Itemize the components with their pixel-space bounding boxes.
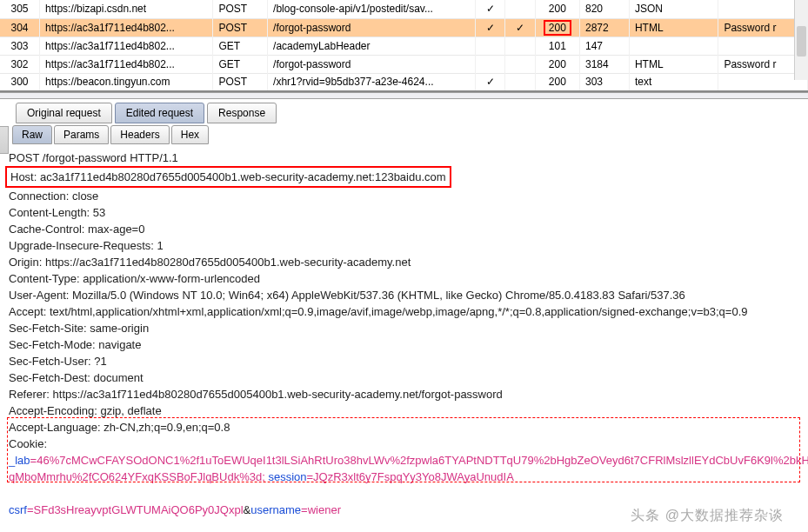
header-referer: Referer: https://ac3a1f711ed4b80280d7655… (9, 386, 799, 402)
watermark: 头条 @大数据推荐杂谈 (631, 507, 784, 525)
header-sec-fetch-user: Sec-Fetch-User: ?1 (9, 353, 799, 369)
cell-chk2 (505, 37, 535, 55)
cookie-lab-val: =46%7cMCwCFAYSOdONC1%2f1uToEWUqeI1t3lLSi… (30, 454, 808, 467)
cell-length: 303 (579, 73, 629, 91)
request-line: POST /forgot-password HTTP/1.1 (9, 150, 799, 166)
vertical-tab-handle[interactable] (0, 126, 9, 154)
header-user-agent: User-Agent: Mozilla/5.0 (Windows NT 10.0… (9, 287, 799, 303)
cookie-cont: qMboMmrhu%2fCO624YFxqKSSBoFJlqBUdk%3d; (9, 470, 268, 483)
cell-status: 200 (535, 18, 579, 37)
cell-num: 303 (0, 37, 40, 55)
cell-mime: HTML (629, 55, 718, 73)
tab-edited-request[interactable]: Edited request (115, 103, 204, 123)
cookie-line1: _lab=46%7cMCwCFAYSOdONC1%2f1uToEWUqeI1t3… (9, 452, 799, 469)
header-accept-encoding: Accept-Encoding: gzip, deflate (9, 402, 799, 419)
cell-url: /forgot-password (268, 18, 476, 37)
tab-hex[interactable]: Hex (171, 125, 209, 144)
cookie-session-val: =JQzR3xlt6y7FspqYy3Yo8JWAyaUnudIA (306, 470, 513, 483)
cell-length: 147 (579, 37, 629, 55)
header-sec-fetch-site: Sec-Fetch-Site: same-origin (9, 320, 799, 336)
cell-chk2 (505, 73, 535, 91)
header-connection: Connection: close (9, 188, 799, 204)
header-accept-language: Accept-Language: zh-CN,zh;q=0.9,en;q=0.8 (9, 419, 799, 436)
param-amp: & (244, 503, 251, 516)
header-accept: Accept: text/html,application/xhtml+xml,… (9, 303, 799, 320)
tab-headers[interactable]: Headers (110, 125, 169, 144)
cell-edited (476, 37, 505, 55)
param-username-key: username (250, 503, 301, 516)
header-cookie-label: Cookie: (9, 436, 799, 452)
cell-mime (629, 37, 718, 55)
param-csrf-key: csrf (9, 503, 27, 516)
request-tabs: Original request Edited request Response (0, 99, 808, 123)
raw-request-editor[interactable]: POST /forgot-password HTTP/1.1 Host: ac3… (0, 144, 808, 520)
cell-edited (476, 55, 505, 73)
header-sec-fetch-dest: Sec-Fetch-Dest: document (9, 369, 799, 386)
tab-raw[interactable]: Raw (12, 125, 52, 144)
cell-host: https://ac3a1f711ed4b802... (40, 18, 213, 37)
pane-divider[interactable] (0, 92, 808, 99)
cell-edited: ✓ (476, 0, 505, 18)
header-sec-fetch-mode: Sec-Fetch-Mode: navigate (9, 336, 799, 353)
table-row-selected[interactable]: 304 https://ac3a1f711ed4b802... POST /fo… (0, 18, 808, 37)
param-username-val: =wiener (301, 503, 341, 516)
cell-host: https://ac3a1f711ed4b802... (40, 55, 213, 73)
cell-num: 305 (0, 0, 40, 18)
cell-edited: ✓ (476, 73, 505, 91)
cell-length: 3184 (579, 55, 629, 73)
cookie-line2: qMboMmrhu%2fCO624YFxqKSSBoFJlqBUdk%3d; s… (9, 469, 799, 485)
cell-num: 302 (0, 55, 40, 73)
host-header-highlight: Host: ac3a1f711ed4b80280d7655d005400b1.w… (5, 166, 451, 188)
tab-original-request[interactable]: Original request (16, 103, 112, 123)
cell-method: GET (213, 37, 268, 55)
view-tabs: Raw Params Headers Hex (0, 123, 808, 144)
table-row[interactable]: 303 https://ac3a1f711ed4b802... GET /aca… (0, 37, 808, 55)
cell-length: 2872 (579, 18, 629, 37)
cell-url: /xhr1?rvid=9b5db377-a23e-4624... (268, 73, 476, 91)
cell-num: 304 (0, 18, 40, 37)
table-row[interactable]: 302 https://ac3a1f711ed4b802... GET /for… (0, 55, 808, 73)
header-content-type: Content-Type: application/x-www-form-url… (9, 270, 799, 287)
status-highlight: 200 (544, 20, 571, 36)
cell-method: GET (213, 55, 268, 73)
scrollbar-vertical[interactable] (794, 0, 808, 80)
cell-num: 300 (0, 73, 40, 91)
cell-edited: ✓ (476, 18, 505, 37)
param-csrf-val: =SFd3sHreayvptGLWTUMAiQO6Py0JQxpl (27, 503, 244, 516)
scrollbar-thumb[interactable] (797, 26, 806, 57)
cell-method: POST (213, 0, 268, 18)
cell-host: https://ac3a1f711ed4b802... (40, 37, 213, 55)
cell-status: 101 (535, 37, 579, 55)
table-row[interactable]: 305 https://bizapi.csdn.net POST /blog-c… (0, 0, 808, 18)
cell-mime: HTML (629, 18, 718, 37)
header-upgrade-insecure: Upgrade-Insecure-Requests: 1 (9, 237, 799, 254)
tab-params[interactable]: Params (54, 125, 109, 144)
cell-status: 200 (535, 0, 579, 18)
cell-status: 200 (535, 73, 579, 91)
cell-chk2: ✓ (505, 18, 535, 37)
header-origin: Origin: https://ac3a1f711ed4b80280d7655d… (9, 254, 799, 270)
cell-url: /forgot-password (268, 55, 476, 73)
cell-status: 200 (535, 55, 579, 73)
header-content-length: Content-Length: 53 (9, 204, 799, 221)
cell-method: POST (213, 18, 268, 37)
cell-mime: JSON (629, 0, 718, 18)
cell-method: POST (213, 73, 268, 91)
cell-chk2 (505, 0, 535, 18)
table-row[interactable]: 300 https://beacon.tingyun.com POST /xhr… (0, 73, 808, 91)
cell-host: https://bizapi.csdn.net (40, 0, 213, 18)
blank-line (9, 485, 799, 502)
cookie-lab-key: _lab (9, 454, 30, 467)
cell-url: /blog-console-api/v1/postedit/sav... (268, 0, 476, 18)
header-cache-control: Cache-Control: max-age=0 (9, 221, 799, 237)
cookie-session-key: session (268, 470, 306, 483)
cell-chk2 (505, 55, 535, 73)
cell-host: https://beacon.tingyun.com (40, 73, 213, 91)
tab-response[interactable]: Response (207, 103, 277, 123)
cell-mime: text (629, 73, 718, 91)
cell-url: /academyLabHeader (268, 37, 476, 55)
http-history-table[interactable]: 305 https://bizapi.csdn.net POST /blog-c… (0, 0, 808, 92)
cell-length: 820 (579, 0, 629, 18)
